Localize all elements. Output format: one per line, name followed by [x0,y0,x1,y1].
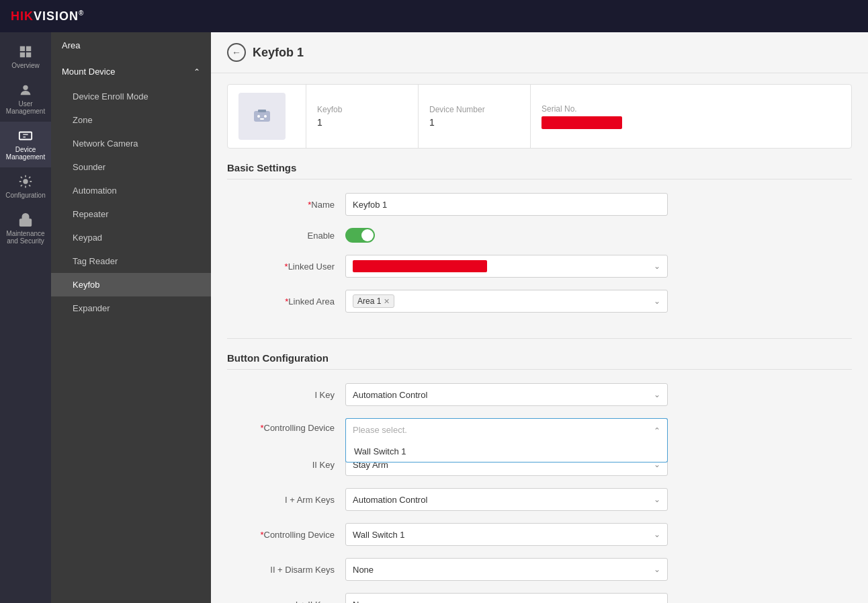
name-row: *Name [227,193,852,216]
sidebar-label-device: Device Management [3,146,48,161]
controlling-device-dropdown[interactable]: Please select. ⌄ Wall Switch 1 [345,418,668,441]
i-ii-keys-row: I + II Keys None ⌄ [227,593,852,603]
ii-disarm-keys-row: II + Disarm Keys None ⌄ [227,558,852,581]
ii-disarm-keys-label: II + Disarm Keys [227,565,335,575]
svg-rect-3 [26,52,31,57]
topbar: HIKVISION® [0,0,868,32]
i-ii-keys-label: I + II Keys [227,600,335,604]
linked-area-chevron-icon: ⌄ [654,296,660,306]
main-content: ← Keyfob 1 Keyfob 1 [211,32,868,603]
name-input[interactable] [345,193,668,216]
controlling-device2-row: *Controlling Device Wall Switch 1 ⌄ [227,523,852,546]
svg-rect-8 [254,111,270,122]
ii-key-label: II Key [227,460,335,470]
sidebar-icons: Overview User Management Device Manageme… [0,32,51,603]
type-value: 1 [317,117,398,128]
linked-area-select[interactable]: Area 1 ✕ ⌄ [345,290,668,313]
i-key-label: I Key [227,390,335,400]
svg-rect-5 [19,132,32,140]
dropdown-option-wall-switch-1[interactable]: Wall Switch 1 [346,441,667,462]
svg-point-4 [23,85,28,90]
nav-network-camera[interactable]: Network Camera [51,132,211,155]
nav-automation[interactable]: Automation [51,179,211,202]
device-icon [238,93,286,140]
sidebar-label-config: Configuration [5,192,45,199]
ii-disarm-chevron-icon: ⌄ [654,565,660,574]
nav-keyfob[interactable]: Keyfob [51,273,211,296]
linked-user-select[interactable]: ⌄ [345,255,668,278]
svg-rect-12 [260,118,264,120]
ctrl-dev-chevron-icon: ⌄ [654,426,660,435]
svg-point-6 [24,179,28,184]
nav-area-item[interactable]: Area [51,32,211,58]
app-logo: HIKVISION® [11,9,84,24]
number-label: Device Number [429,105,510,114]
basic-settings-section: Basic Settings *Name Enable *Linked User… [211,149,868,338]
nav-expander[interactable]: Expander [51,296,211,320]
device-icon-section [228,85,306,148]
controlling-device-label: *Controlling Device [227,418,335,433]
nav-mount-device-header[interactable]: Mount Device ⌃ [51,58,211,85]
controlling-device-placeholder: Please select. [353,425,407,435]
sidebar-item-overview[interactable]: Overview [0,38,51,76]
svg-rect-0 [20,46,25,51]
enable-row: Enable [227,228,852,243]
nav-repeater[interactable]: Repeater [51,202,211,226]
serial-label: Serial No. [541,104,622,114]
controlling-device-select[interactable]: Please select. ⌄ [345,418,668,441]
logo-registered: ® [79,9,84,17]
linked-user-row: *Linked User ⌄ [227,255,852,278]
controlling-device2-select[interactable]: Wall Switch 1 ⌄ [345,523,668,546]
svg-rect-7 [20,219,32,226]
i-key-select[interactable]: Automation Control ⌄ [345,383,668,406]
sidebar-item-device-management[interactable]: Device Management [0,122,51,167]
linked-user-redacted [353,260,487,272]
button-config-section: Button Configuration I Key Automation Co… [211,339,868,603]
linked-area-label: *Linked Area [227,296,335,307]
serial-value: ████████ [541,116,622,129]
nav-panel: Area Mount Device ⌃ Device Enroll Mode Z… [51,32,211,603]
button-config-title: Button Configuration [227,352,852,370]
i-arm-keys-chevron-icon: ⌄ [654,495,660,504]
controlling-device-row: *Controlling Device Please select. ⌄ Wal… [227,418,852,441]
nav-device-enroll-mode[interactable]: Device Enroll Mode [51,85,211,108]
i-ii-keys-select[interactable]: None ⌄ [345,593,668,603]
ctrl-dev2-chevron-icon: ⌄ [654,530,660,539]
back-button[interactable]: ← [227,43,246,62]
nav-keypad[interactable]: Keypad [51,226,211,249]
nav-tag-reader[interactable]: Tag Reader [51,249,211,273]
i-arm-keys-row: I + Arm Keys Automation Control ⌄ [227,488,852,511]
i-ii-keys-chevron-icon: ⌄ [654,600,660,603]
ii-disarm-keys-select[interactable]: None ⌄ [345,558,668,581]
nav-zone[interactable]: Zone [51,108,211,132]
controlling-device-list: Wall Switch 1 [345,441,668,463]
linked-area-row: *Linked Area Area 1 ✕ ⌄ [227,290,852,313]
device-number-section: Device Number 1 [419,85,530,148]
svg-rect-9 [258,110,266,112]
number-value: 1 [429,117,510,128]
nav-sounder[interactable]: Sounder [51,155,211,179]
basic-settings-title: Basic Settings [227,162,852,179]
sidebar-item-maintenance[interactable]: Maintenance and Security [0,206,51,251]
svg-point-11 [264,115,267,118]
i-key-chevron-icon: ⌄ [654,390,660,399]
chevron-up-icon: ⌃ [193,67,200,77]
i-arm-keys-select[interactable]: Automation Control ⌄ [345,488,668,511]
sidebar-label-maintenance: Maintenance and Security [3,230,48,245]
sidebar-label-overview: Overview [11,62,40,69]
name-label: *Name [227,200,335,210]
linked-user-chevron-icon: ⌄ [654,262,660,271]
device-info-card: Keyfob 1 Device Number 1 Serial No. ████… [227,84,852,149]
enable-toggle[interactable] [345,228,375,243]
logo-hik: HIK [11,9,34,23]
i-arm-keys-label: I + Arm Keys [227,495,335,505]
keyfob-section: Keyfob 1 [306,85,418,148]
svg-rect-1 [26,46,31,51]
tag-close-icon[interactable]: ✕ [384,297,390,306]
page-title: Keyfob 1 [253,46,304,60]
sidebar-item-configuration[interactable]: Configuration [0,167,51,206]
enable-label: Enable [227,231,335,241]
sidebar-label-user: User Management [3,100,48,115]
svg-point-10 [257,115,260,118]
sidebar-item-user-management[interactable]: User Management [0,76,51,122]
